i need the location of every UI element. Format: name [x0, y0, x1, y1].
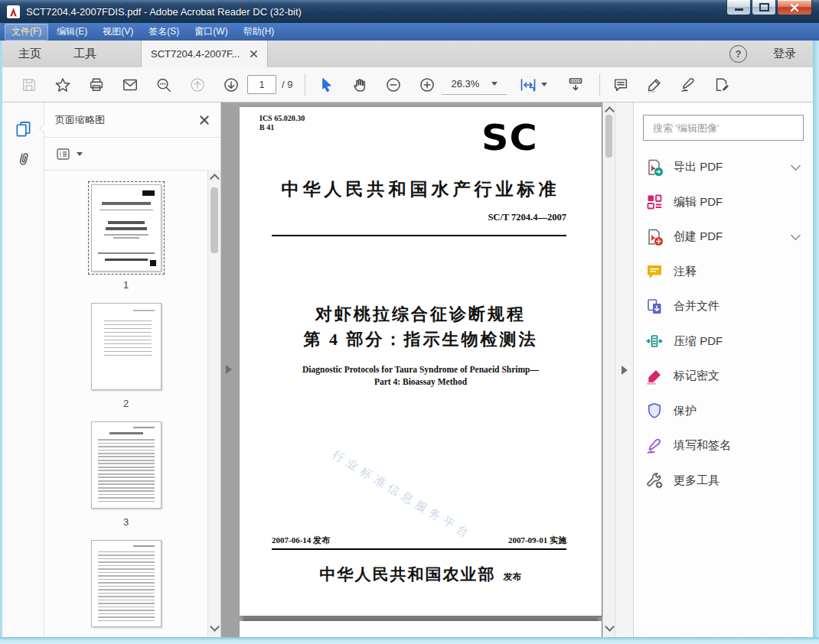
convert-button[interactable] — [710, 73, 733, 96]
hand-icon — [351, 76, 368, 93]
select-tool-button[interactable] — [315, 73, 338, 96]
zoom-level-value: 26.3% — [451, 78, 479, 89]
menu-item[interactable]: 编辑(E) — [50, 24, 94, 41]
tool-item[interactable]: 压缩 PDF — [634, 324, 813, 359]
thumbnail-item[interactable]: 1 — [88, 181, 165, 291]
thumbnail-item[interactable]: 2 — [88, 300, 165, 409]
previous-page-button[interactable] — [186, 73, 209, 96]
maximize-button[interactable] — [752, 0, 776, 15]
scroll-up-icon[interactable] — [210, 174, 220, 184]
help-icon[interactable]: ? — [729, 45, 747, 63]
login-button[interactable]: 登录 — [773, 47, 796, 61]
tool-item[interactable]: 标记密文 — [634, 359, 813, 394]
thumbnail-page-number: 1 — [123, 279, 129, 291]
tab-home[interactable]: 主页 — [2, 41, 57, 67]
scrollbar-thumb[interactable] — [605, 115, 612, 158]
tab-tools[interactable]: 工具 — [57, 41, 113, 67]
window-border-bottom — [0, 637, 819, 644]
tool-item[interactable]: 更多工具 — [634, 463, 813, 499]
tab-close-icon[interactable] — [250, 50, 258, 58]
fill-sign-icon — [645, 437, 664, 455]
zoom-out-button[interactable] — [382, 73, 405, 96]
fit-width-button[interactable] — [519, 76, 547, 94]
title-bar: SCT7204.4-2007FDIS.pdf - Adobe Acrobat R… — [0, 0, 819, 23]
create-pdf-icon — [645, 228, 664, 246]
hand-tool-button[interactable] — [348, 73, 371, 96]
thumbnail-page-preview — [91, 421, 162, 509]
close-button[interactable] — [777, 0, 812, 15]
thumbnail-options-icon[interactable] — [55, 146, 71, 162]
issue-date: 2007-06-14 发布 — [272, 535, 330, 546]
star-icon — [54, 76, 71, 93]
highlight-button[interactable] — [643, 73, 666, 96]
save-button[interactable] — [18, 73, 41, 96]
arrow-down-circle-icon — [223, 76, 240, 93]
minus-circle-icon — [385, 76, 402, 93]
tool-item[interactable]: 编辑 PDF — [634, 185, 813, 220]
caret-down-icon — [541, 83, 547, 86]
document-title-en-line2: Part 4: Bioassay Method — [240, 377, 602, 386]
right-panel-gutter — [615, 102, 633, 637]
tool-item[interactable]: 创建 PDF — [634, 220, 813, 255]
page-display-button[interactable] — [564, 73, 587, 96]
menu-item[interactable]: 窗口(W) — [188, 24, 234, 41]
tools-search-input[interactable] — [651, 122, 795, 135]
comment-button[interactable] — [609, 73, 632, 96]
highlighter-icon — [646, 76, 663, 93]
document-pencil-icon — [713, 76, 730, 93]
toolbar-separator — [599, 73, 600, 96]
pdf-page-2-edge — [240, 621, 602, 637]
scrollbar-thumb[interactable] — [210, 187, 218, 253]
scroll-down-icon[interactable] — [605, 622, 615, 632]
navigation-rail — [2, 102, 44, 637]
thumbnail-item[interactable]: 3 — [88, 418, 165, 528]
search-icon — [155, 76, 172, 93]
window-border-right — [813, 41, 819, 644]
page-thumbnails-rail-button[interactable] — [2, 113, 44, 144]
thumbnail-list: 1 2 3 4 — [44, 170, 207, 637]
page-number-input[interactable] — [247, 75, 276, 94]
menu-bar: 文件(F) 编辑(E) 视图(V) 签名(S) 窗口(W) 帮助(H) — [0, 23, 819, 41]
expand-panel-handle[interactable] — [622, 366, 628, 375]
plus-circle-icon — [419, 76, 436, 93]
fill-sign-toolbar-button[interactable] — [677, 73, 700, 96]
page-thumbnails-icon — [15, 120, 32, 138]
next-page-button[interactable] — [220, 73, 243, 96]
tool-item[interactable]: 填写和签名 — [634, 428, 813, 463]
attachments-rail-button[interactable] — [2, 144, 44, 174]
panel-close-icon[interactable] — [199, 115, 210, 125]
tools-panel: 导出 PDF 编辑 PDF 创建 PDF 注释 — [633, 102, 813, 637]
thumbnail-page-preview — [91, 303, 162, 390]
menu-item[interactable]: 视图(V) — [96, 24, 140, 41]
menu-item[interactable]: 文件(F) — [5, 24, 48, 41]
minimize-button[interactable] — [726, 0, 751, 15]
page-total-label: / 9 — [282, 79, 292, 90]
scroll-down-icon[interactable] — [210, 622, 220, 632]
thumbnail-item[interactable]: 4 — [88, 537, 165, 637]
document-scrollbar[interactable] — [602, 102, 615, 637]
menu-item[interactable]: 签名(S) — [142, 24, 186, 41]
email-button[interactable] — [119, 73, 142, 96]
print-button[interactable] — [85, 73, 108, 96]
minimize-icon — [735, 8, 743, 11]
tool-item[interactable]: 导出 PDF — [634, 150, 813, 185]
caret-down-icon[interactable] — [77, 152, 83, 156]
tool-item[interactable]: 注释 — [634, 255, 813, 290]
zoom-level-dropdown[interactable]: 26.3% — [442, 75, 507, 95]
tool-item[interactable]: 保护 — [634, 394, 813, 429]
thumbnail-page-preview — [91, 540, 162, 627]
search-button[interactable] — [152, 73, 175, 96]
horizontal-rule — [272, 235, 566, 236]
zoom-in-button[interactable] — [416, 73, 439, 96]
horizontal-rule — [272, 548, 566, 550]
collapse-panel-handle[interactable] — [226, 365, 232, 374]
tab-document[interactable]: SCT7204.4-2007F... — [141, 41, 268, 67]
thumbnail-scrollbar[interactable] — [207, 170, 220, 637]
document-title-en-line1: Diagnostic Protocols for Taura Syndrome … — [240, 365, 602, 374]
page-thumbnails-panel: 页面缩略图 1 2 3 4 — [44, 102, 221, 637]
menu-item[interactable]: 帮助(H) — [237, 24, 282, 41]
tool-item[interactable]: 合并文件 — [634, 289, 813, 324]
combine-files-icon — [645, 298, 664, 316]
adobe-reader-app-icon — [7, 5, 20, 18]
favorites-button[interactable] — [51, 73, 74, 96]
